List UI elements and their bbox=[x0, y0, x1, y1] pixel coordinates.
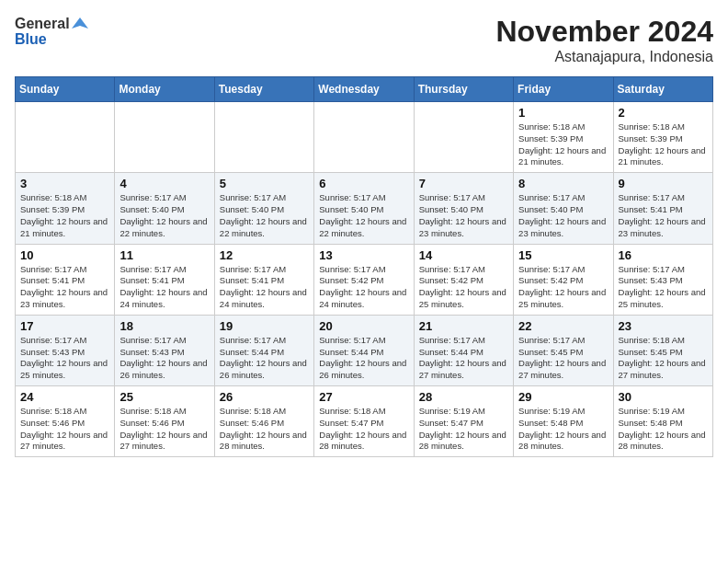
day-info: Sunrise: 5:17 AM bbox=[220, 264, 309, 276]
day-info: Sunrise: 5:17 AM bbox=[518, 264, 608, 276]
day-info: Sunrise: 5:17 AM bbox=[419, 264, 508, 276]
day-number: 1 bbox=[518, 106, 608, 120]
calendar-cell: 11Sunrise: 5:17 AMSunset: 5:41 PMDayligh… bbox=[115, 244, 214, 315]
day-info: Sunrise: 5:17 AM bbox=[20, 335, 109, 347]
calendar-cell bbox=[16, 102, 115, 173]
day-number: 3 bbox=[20, 177, 109, 190]
day-number: 20 bbox=[319, 319, 408, 333]
day-number: 9 bbox=[619, 177, 708, 190]
day-info: Daylight: 12 hours and 27 minutes. bbox=[619, 358, 708, 382]
day-number: 4 bbox=[119, 177, 209, 190]
calendar-cell: 19Sunrise: 5:17 AMSunset: 5:44 PMDayligh… bbox=[214, 315, 313, 385]
day-info: Sunset: 5:43 PM bbox=[619, 275, 708, 287]
calendar-cell: 12Sunrise: 5:17 AMSunset: 5:41 PMDayligh… bbox=[214, 244, 313, 315]
day-info: Sunrise: 5:17 AM bbox=[119, 335, 209, 347]
page-header: General Blue November 2024 Astanajapura,… bbox=[15, 15, 713, 65]
calendar-cell bbox=[214, 102, 313, 173]
calendar-cell: 20Sunrise: 5:17 AMSunset: 5:44 PMDayligh… bbox=[314, 315, 414, 385]
day-info: Sunset: 5:47 PM bbox=[419, 418, 508, 430]
day-info: Sunrise: 5:18 AM bbox=[319, 406, 408, 418]
day-info: Daylight: 12 hours and 24 minutes. bbox=[319, 287, 408, 311]
day-info: Sunrise: 5:18 AM bbox=[619, 121, 708, 133]
calendar-cell: 15Sunrise: 5:17 AMSunset: 5:42 PMDayligh… bbox=[514, 244, 613, 315]
day-number: 2 bbox=[619, 106, 708, 120]
day-info: Sunrise: 5:17 AM bbox=[419, 335, 508, 347]
svg-marker-0 bbox=[72, 17, 88, 29]
day-number: 19 bbox=[220, 319, 309, 333]
day-info: Daylight: 12 hours and 27 minutes. bbox=[419, 358, 508, 382]
day-number: 23 bbox=[619, 319, 708, 333]
day-info: Sunrise: 5:19 AM bbox=[619, 406, 708, 418]
day-info: Sunset: 5:39 PM bbox=[518, 133, 608, 145]
day-info: Daylight: 12 hours and 27 minutes. bbox=[518, 358, 608, 382]
day-info: Sunset: 5:45 PM bbox=[518, 347, 608, 359]
day-info: Sunset: 5:42 PM bbox=[419, 275, 508, 287]
day-info: Sunset: 5:46 PM bbox=[20, 418, 109, 430]
day-info: Daylight: 12 hours and 28 minutes. bbox=[619, 430, 708, 454]
day-info: Sunset: 5:43 PM bbox=[20, 347, 109, 359]
day-info: Sunset: 5:47 PM bbox=[319, 418, 408, 430]
day-info: Sunset: 5:44 PM bbox=[319, 347, 408, 359]
calendar-cell: 30Sunrise: 5:19 AMSunset: 5:48 PMDayligh… bbox=[613, 386, 712, 457]
day-info: Sunset: 5:41 PM bbox=[220, 275, 309, 287]
calendar-header-monday: Monday bbox=[115, 77, 214, 102]
calendar-header-thursday: Thursday bbox=[414, 77, 513, 102]
day-info: Sunset: 5:41 PM bbox=[619, 204, 708, 216]
day-number: 10 bbox=[20, 248, 109, 262]
day-info: Sunset: 5:45 PM bbox=[619, 347, 708, 359]
day-info: Sunrise: 5:17 AM bbox=[119, 264, 209, 276]
day-info: Sunrise: 5:17 AM bbox=[20, 264, 109, 276]
day-info: Sunset: 5:42 PM bbox=[319, 275, 408, 287]
calendar-cell bbox=[115, 102, 214, 173]
day-info: Daylight: 12 hours and 23 minutes. bbox=[20, 287, 109, 311]
logo: General Blue bbox=[15, 15, 88, 48]
calendar-cell: 26Sunrise: 5:18 AMSunset: 5:46 PMDayligh… bbox=[214, 386, 313, 457]
day-number: 5 bbox=[220, 177, 309, 190]
calendar-cell: 7Sunrise: 5:17 AMSunset: 5:40 PMDaylight… bbox=[414, 173, 513, 244]
day-info: Daylight: 12 hours and 28 minutes. bbox=[319, 430, 408, 454]
day-info: Sunrise: 5:17 AM bbox=[220, 335, 309, 347]
day-info: Sunset: 5:40 PM bbox=[518, 204, 608, 216]
calendar-cell: 6Sunrise: 5:17 AMSunset: 5:40 PMDaylight… bbox=[314, 173, 414, 244]
day-number: 12 bbox=[220, 248, 309, 262]
day-info: Daylight: 12 hours and 26 minutes. bbox=[119, 358, 209, 382]
calendar-cell bbox=[414, 102, 513, 173]
logo-bird-icon bbox=[72, 16, 88, 32]
day-info: Sunset: 5:43 PM bbox=[119, 347, 209, 359]
calendar-header-friday: Friday bbox=[514, 77, 613, 102]
day-info: Sunset: 5:41 PM bbox=[119, 275, 209, 287]
day-number: 14 bbox=[419, 248, 508, 262]
day-number: 26 bbox=[220, 390, 309, 404]
calendar-cell: 16Sunrise: 5:17 AMSunset: 5:43 PMDayligh… bbox=[613, 244, 712, 315]
day-info: Sunrise: 5:18 AM bbox=[20, 192, 109, 204]
day-info: Daylight: 12 hours and 23 minutes. bbox=[419, 216, 508, 240]
calendar-cell: 5Sunrise: 5:17 AMSunset: 5:40 PMDaylight… bbox=[214, 173, 313, 244]
calendar-header-row: SundayMondayTuesdayWednesdayThursdayFrid… bbox=[16, 77, 713, 102]
day-info: Sunrise: 5:17 AM bbox=[619, 264, 708, 276]
day-info: Sunrise: 5:17 AM bbox=[220, 192, 309, 204]
calendar-cell: 17Sunrise: 5:17 AMSunset: 5:43 PMDayligh… bbox=[16, 315, 115, 385]
day-number: 29 bbox=[518, 390, 608, 404]
title-block: November 2024 Astanajapura, Indonesia bbox=[495, 15, 713, 65]
day-info: Sunset: 5:44 PM bbox=[220, 347, 309, 359]
calendar-cell: 28Sunrise: 5:19 AMSunset: 5:47 PMDayligh… bbox=[414, 386, 513, 457]
day-info: Sunset: 5:44 PM bbox=[419, 347, 508, 359]
calendar-cell: 27Sunrise: 5:18 AMSunset: 5:47 PMDayligh… bbox=[314, 386, 414, 457]
day-number: 30 bbox=[619, 390, 708, 404]
day-info: Daylight: 12 hours and 22 minutes. bbox=[119, 216, 209, 240]
day-number: 21 bbox=[419, 319, 508, 333]
calendar-cell: 21Sunrise: 5:17 AMSunset: 5:44 PMDayligh… bbox=[414, 315, 513, 385]
day-number: 17 bbox=[20, 319, 109, 333]
day-info: Daylight: 12 hours and 25 minutes. bbox=[619, 287, 708, 311]
day-info: Daylight: 12 hours and 28 minutes. bbox=[419, 430, 508, 454]
logo-blue-text: Blue bbox=[15, 30, 88, 48]
day-number: 24 bbox=[20, 390, 109, 404]
day-info: Sunset: 5:48 PM bbox=[518, 418, 608, 430]
day-number: 13 bbox=[319, 248, 408, 262]
day-info: Sunrise: 5:18 AM bbox=[518, 121, 608, 133]
day-info: Sunset: 5:46 PM bbox=[220, 418, 309, 430]
day-number: 28 bbox=[419, 390, 508, 404]
day-info: Daylight: 12 hours and 23 minutes. bbox=[619, 216, 708, 240]
day-info: Daylight: 12 hours and 22 minutes. bbox=[319, 216, 408, 240]
day-info: Daylight: 12 hours and 28 minutes. bbox=[220, 430, 309, 454]
